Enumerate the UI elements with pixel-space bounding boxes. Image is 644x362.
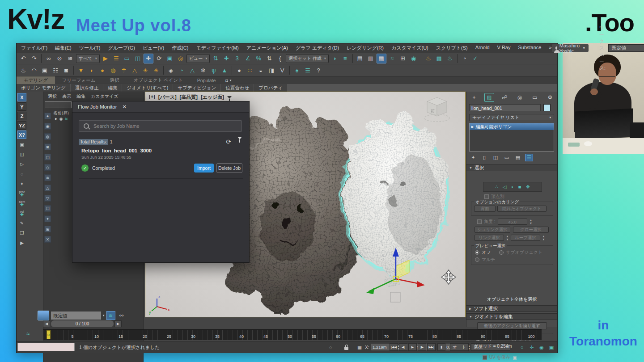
sphere-icon[interactable]: ● — [234, 65, 244, 75]
grid-mode-icon[interactable]: ▦ — [357, 341, 362, 353]
render-clock-icon[interactable]: ◔ — [460, 54, 470, 63]
half-dome-light-icon[interactable]: ◗ — [87, 65, 97, 75]
particles-icon[interactable]: ∷ — [245, 65, 255, 75]
palette-icon[interactable]: ◒ — [256, 65, 266, 75]
orbit-icon[interactable]: ◉ — [538, 344, 545, 351]
bind-spacewarp-icon[interactable]: ≋ — [65, 54, 75, 63]
next-frame-icon[interactable]: |▶ — [418, 343, 426, 351]
vertex-icon[interactable]: ∴ — [495, 184, 498, 190]
manipulate-icon[interactable]: ✚ — [221, 54, 231, 63]
time-slider-marker[interactable]: 0 — [47, 330, 51, 339]
pyramid-icon[interactable]: △ — [187, 65, 197, 75]
angle-checkbox[interactable] — [477, 219, 482, 224]
viewport-label-segment[interactable]: [パース] — [158, 94, 177, 101]
help-icon[interactable]: ? — [314, 65, 323, 75]
cloud-icon[interactable]: ◌ — [17, 170, 26, 178]
soft-selection-rollout-header[interactable]: ▶ソフト選択 — [466, 305, 557, 312]
loop-button[interactable]: ループ選択 — [511, 235, 540, 241]
edge-icon[interactable]: ◁ — [503, 184, 506, 190]
polygon-icon[interactable]: ■ — [518, 184, 521, 189]
redo-icon[interactable]: ↷ — [29, 54, 39, 63]
menu-item[interactable]: Substance — [518, 45, 541, 51]
play-icon[interactable]: ▶ — [408, 343, 417, 351]
spinner-snap-icon[interactable]: ⇅ — [264, 54, 274, 63]
menu-item[interactable]: アニメーション(A) — [246, 45, 288, 51]
geometry-filter-icon[interactable]: ◉ — [44, 123, 51, 130]
element-icon[interactable]: ❖ — [525, 184, 530, 190]
explorer-menu-item[interactable]: 表示 — [62, 93, 71, 100]
viewport-label[interactable]: [+][パース][高品質][エッジ面] — [149, 94, 232, 101]
by-vertex-checkbox[interactable]: 頂点別 — [484, 194, 504, 200]
user-account-menu[interactable]: Masahiro Yoshic ▾ — [552, 44, 589, 52]
menu-item[interactable]: V-Ray — [497, 45, 511, 51]
motion-tab[interactable]: ◎ — [515, 93, 525, 102]
menu-item[interactable]: ファイル(F) — [21, 45, 47, 51]
menu-item[interactable]: 作成(C) — [172, 45, 188, 51]
maximize-viewport-icon[interactable]: ▣ — [548, 344, 555, 351]
brush-icon[interactable]: ✎ — [17, 219, 26, 227]
ribbon-tab[interactable]: フリーフォーム — [55, 76, 103, 84]
hierarchy-tab[interactable]: ☍ — [500, 93, 509, 102]
ring-button[interactable]: リンク選択 — [475, 235, 504, 241]
set-key-button[interactable]: ▮ — [437, 343, 445, 351]
ribbon-subtab[interactable]: 位置合わせ — [221, 84, 254, 92]
explorer-search-input[interactable] — [45, 101, 72, 108]
display-tab[interactable]: ▭ — [530, 93, 540, 102]
prev-frame-icon[interactable]: ◀| — [399, 343, 407, 351]
snap-3d-icon[interactable]: 3 — [232, 54, 242, 63]
spacewarp-filter-icon[interactable]: ≋ — [44, 174, 51, 181]
ribbon-subtab[interactable]: 編集 — [103, 84, 122, 92]
menu-item[interactable]: 編集(E) — [55, 45, 72, 51]
display-all-icon[interactable]: ● — [44, 113, 51, 119]
preview-off-radio[interactable]: オフ — [475, 249, 491, 256]
viewport-label-segment[interactable]: [高品質] — [180, 94, 198, 101]
workspace-selector[interactable]: ワークスペース: 既定値 — [599, 25, 644, 72]
viewport-label-segment[interactable]: [+] — [149, 94, 155, 101]
move-icon[interactable]: ✚ — [144, 54, 153, 63]
percent-snap-icon[interactable]: % — [254, 54, 263, 63]
helper-filter-icon[interactable]: ◇ — [44, 164, 51, 171]
mirror-icon[interactable]: ◑ — [330, 54, 339, 63]
explorer-name-column-header[interactable]: 名前(昇) — [53, 110, 69, 116]
job-search-field[interactable] — [79, 120, 242, 132]
grid-filter-icon[interactable]: ⊞ — [44, 226, 51, 232]
pin-stack-icon[interactable]: ✦ — [469, 154, 477, 161]
align-icon[interactable]: ≡ — [340, 54, 350, 63]
go-to-start-icon[interactable]: |◀◀ — [390, 343, 398, 351]
expand-arrow-icon[interactable]: ▶ — [55, 117, 57, 121]
snap-toggle-icon[interactable]: ⇅ — [211, 54, 220, 63]
menu-item[interactable]: カスタマイズ(U) — [391, 45, 428, 51]
timeline-ruler[interactable]: 0 51015202530354045505560657075808590951… — [43, 329, 542, 340]
import-button[interactable]: Import — [194, 164, 214, 173]
foliage-icon[interactable]: ♠ — [292, 65, 302, 75]
close-icon[interactable]: ✕ — [123, 104, 127, 110]
dialog-title-bar[interactable]: Flow Job Monitor ✕ — [72, 101, 249, 113]
preserve-uv-checkbox[interactable]: UV を保存 ▣ — [483, 354, 517, 361]
menu-item[interactable]: ツール(T) — [79, 45, 101, 51]
rect-selection-icon[interactable]: ▭ — [122, 54, 132, 63]
check-icon[interactable]: ✓ — [470, 54, 480, 63]
select-by-name-icon[interactable]: ☰ — [111, 54, 121, 63]
select-and-link-icon[interactable]: ∞ — [44, 54, 54, 63]
selection-set-dropdown[interactable]: 選択セット 作成▾ — [286, 54, 329, 63]
ribbon-subtab[interactable]: ポリゴン モデリング — [17, 84, 70, 92]
omni-light-icon[interactable]: ● — [97, 65, 107, 75]
repeat-last-button[interactable]: 最後のアクションを繰り返す — [477, 322, 547, 329]
web-light-icon[interactable]: ◍ — [108, 65, 118, 75]
uv-settings-icon[interactable]: ▣ — [513, 355, 517, 360]
frame-counter[interactable]: 0 / 100 — [51, 320, 114, 327]
explorer-root-row[interactable]: ▶ ◉ ≋ — [55, 117, 68, 121]
job-name[interactable]: Retopo_lion_head_001_3000 — [81, 148, 152, 153]
visibility-eye-icon[interactable]: ◉ — [59, 117, 63, 121]
notes-icon[interactable]: ☰ — [303, 65, 313, 75]
axis-constraint-button[interactable]: Y — [17, 102, 26, 111]
ribbon-toggle-icon[interactable]: ▦ — [377, 54, 386, 63]
close-filter-icon[interactable]: ✕ — [44, 236, 51, 243]
axis-constraint-button[interactable]: X? — [17, 130, 26, 139]
spot-light-icon[interactable]: ▼ — [76, 65, 86, 75]
hidden-objects-button[interactable]: 隠れたオブジェクト — [497, 206, 547, 212]
object-name-field[interactable]: lion_head_001 — [469, 104, 541, 111]
selection-preview-button[interactable] — [38, 311, 49, 320]
rendered-frame-icon[interactable]: ▩ — [434, 54, 444, 63]
stack-item-editable-poly[interactable]: ▶ 編集可能ポリゴン — [470, 123, 554, 130]
